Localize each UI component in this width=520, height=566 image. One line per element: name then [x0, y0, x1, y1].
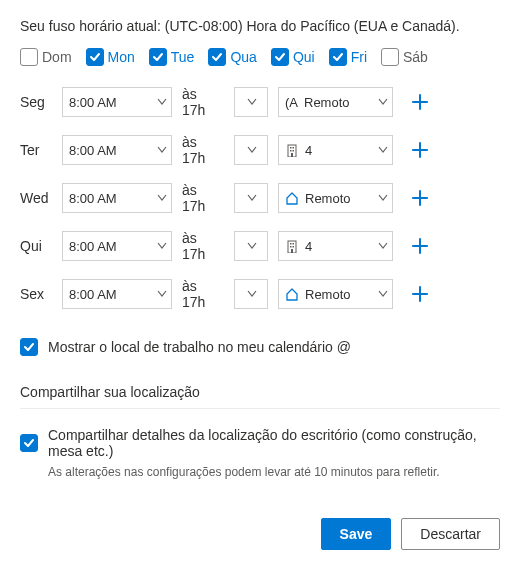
- row-day-label: Qui: [20, 238, 52, 254]
- start-time-text: 8:00 AM: [69, 191, 117, 206]
- chevron-down-icon: [378, 97, 388, 107]
- row-day-label: Ter: [20, 142, 52, 158]
- chevron-down-icon: [378, 241, 388, 251]
- add-slot-button[interactable]: [407, 137, 433, 163]
- share-note: As alterações nas configurações podem le…: [48, 465, 500, 479]
- add-slot-button[interactable]: [407, 89, 433, 115]
- chevron-down-icon: [247, 241, 257, 251]
- show-location-option: Mostrar o local de trabalho no meu calen…: [20, 338, 500, 356]
- to-label: às 17h: [182, 134, 224, 166]
- end-time-dropdown[interactable]: [234, 279, 268, 309]
- day-item-dom: Dom: [20, 48, 72, 66]
- location-dropdown[interactable]: Remoto: [278, 279, 393, 309]
- chevron-down-icon: [157, 289, 167, 299]
- schedule-row-qui: Qui8:00 AMàs 17h4: [20, 230, 500, 262]
- home-icon: [285, 287, 299, 301]
- location-dropdown[interactable]: 4: [278, 231, 393, 261]
- schedule-row-ter: Ter8:00 AMàs 17h4: [20, 134, 500, 166]
- day-checkbox-sáb[interactable]: [381, 48, 399, 66]
- share-details-option: Compartilhar detalhes da localização do …: [20, 427, 500, 459]
- start-time-dropdown[interactable]: 8:00 AM: [62, 279, 172, 309]
- chevron-down-icon: [157, 193, 167, 203]
- plus-icon: [411, 141, 429, 159]
- plus-icon: [411, 93, 429, 111]
- weekday-selector: DomMonTueQuaQuiFriSáb: [20, 48, 500, 66]
- save-button[interactable]: Save: [321, 518, 392, 550]
- location-text: Remoto: [304, 95, 350, 110]
- plus-icon: [411, 189, 429, 207]
- day-label: Dom: [42, 49, 72, 65]
- start-time-text: 8:00 AM: [69, 287, 117, 302]
- divider: [20, 408, 500, 409]
- show-location-checkbox[interactable]: [20, 338, 38, 356]
- share-section-title: Compartilhar sua localização: [20, 384, 500, 400]
- location-text: 4: [305, 239, 312, 254]
- start-time-dropdown[interactable]: 8:00 AM: [62, 135, 172, 165]
- share-details-label: Compartilhar detalhes da localização do …: [48, 427, 500, 459]
- start-time-dropdown[interactable]: 8:00 AM: [62, 231, 172, 261]
- end-time-dropdown[interactable]: [234, 87, 268, 117]
- day-label: Fri: [351, 49, 367, 65]
- chevron-down-icon: [157, 241, 167, 251]
- day-checkbox-qua[interactable]: [208, 48, 226, 66]
- chevron-down-icon: [247, 97, 257, 107]
- share-details-checkbox[interactable]: [20, 434, 38, 452]
- schedule-row-wed: Wed8:00 AMàs 17hRemoto: [20, 182, 500, 214]
- location-text: 4: [305, 143, 312, 158]
- schedule-row-seg: Seg8:00 AMàs 17h(ARemoto: [20, 86, 500, 118]
- end-time-dropdown[interactable]: [234, 231, 268, 261]
- end-time-dropdown[interactable]: [234, 135, 268, 165]
- chevron-down-icon: [378, 145, 388, 155]
- start-time-text: 8:00 AM: [69, 239, 117, 254]
- chevron-down-icon: [157, 145, 167, 155]
- timezone-text: Seu fuso horário atual: (UTC-08:00) Hora…: [20, 18, 500, 34]
- add-slot-button[interactable]: [407, 233, 433, 259]
- location-prefix: (A: [285, 95, 298, 110]
- show-location-label: Mostrar o local de trabalho no meu calen…: [48, 339, 351, 355]
- home-icon: [285, 191, 299, 205]
- row-day-label: Wed: [20, 190, 52, 206]
- location-text: Remoto: [305, 191, 351, 206]
- building-icon: [285, 239, 299, 253]
- footer-buttons: Save Descartar: [321, 518, 500, 550]
- day-item-qua: Qua: [208, 48, 256, 66]
- day-checkbox-fri[interactable]: [329, 48, 347, 66]
- chevron-down-icon: [247, 145, 257, 155]
- plus-icon: [411, 285, 429, 303]
- start-time-dropdown[interactable]: 8:00 AM: [62, 87, 172, 117]
- day-item-qui: Qui: [271, 48, 315, 66]
- building-icon: [285, 143, 299, 157]
- location-dropdown[interactable]: (ARemoto: [278, 87, 393, 117]
- discard-button[interactable]: Descartar: [401, 518, 500, 550]
- chevron-down-icon: [378, 289, 388, 299]
- to-label: às 17h: [182, 230, 224, 262]
- chevron-down-icon: [378, 193, 388, 203]
- day-label: Tue: [171, 49, 195, 65]
- schedule-rows: Seg8:00 AMàs 17h(ARemotoTer8:00 AMàs 17h…: [20, 86, 500, 310]
- day-label: Qua: [230, 49, 256, 65]
- location-dropdown[interactable]: 4: [278, 135, 393, 165]
- add-slot-button[interactable]: [407, 281, 433, 307]
- location-dropdown[interactable]: Remoto: [278, 183, 393, 213]
- day-label: Sáb: [403, 49, 428, 65]
- day-checkbox-dom[interactable]: [20, 48, 38, 66]
- to-label: às 17h: [182, 278, 224, 310]
- day-item-fri: Fri: [329, 48, 367, 66]
- to-label: às 17h: [182, 86, 224, 118]
- add-slot-button[interactable]: [407, 185, 433, 211]
- start-time-text: 8:00 AM: [69, 143, 117, 158]
- day-item-tue: Tue: [149, 48, 195, 66]
- day-checkbox-tue[interactable]: [149, 48, 167, 66]
- chevron-down-icon: [157, 97, 167, 107]
- day-checkbox-mon[interactable]: [86, 48, 104, 66]
- day-checkbox-qui[interactable]: [271, 48, 289, 66]
- plus-icon: [411, 237, 429, 255]
- row-day-label: Sex: [20, 286, 52, 302]
- end-time-dropdown[interactable]: [234, 183, 268, 213]
- schedule-row-sex: Sex8:00 AMàs 17hRemoto: [20, 278, 500, 310]
- day-label: Qui: [293, 49, 315, 65]
- start-time-dropdown[interactable]: 8:00 AM: [62, 183, 172, 213]
- start-time-text: 8:00 AM: [69, 95, 117, 110]
- chevron-down-icon: [247, 193, 257, 203]
- row-day-label: Seg: [20, 94, 52, 110]
